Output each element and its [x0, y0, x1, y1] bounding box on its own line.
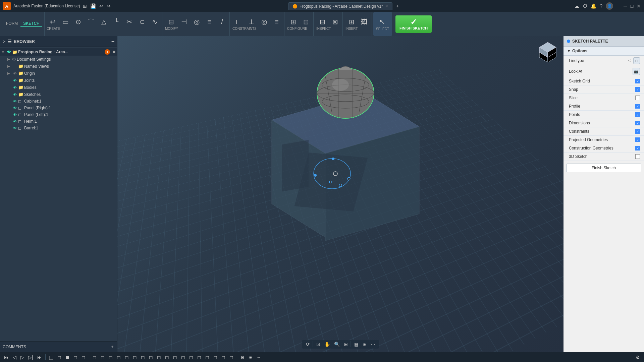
tree-item-named-views[interactable]: ▶ 📁 Named Views: [0, 63, 117, 70]
inspect2-btn[interactable]: ⊠: [329, 18, 341, 26]
btm-t11-btn[interactable]: ◻: [172, 354, 178, 361]
form-tab[interactable]: FORM: [3, 20, 20, 27]
offset-btn[interactable]: ⊟: [165, 18, 177, 26]
cabinet-eye-icon[interactable]: 👁: [12, 99, 17, 103]
btm-t2-btn[interactable]: ◻: [99, 354, 106, 361]
sketches-eye-icon[interactable]: 👁: [12, 93, 17, 97]
tree-item-sketches[interactable]: ▶ 👁 📁 Sketches: [0, 91, 117, 98]
step-back-btn[interactable]: ◁: [11, 354, 18, 361]
maximize-btn[interactable]: □: [629, 3, 635, 9]
cloud-icon[interactable]: ☁: [575, 3, 579, 9]
construction-checkbox[interactable]: [635, 146, 640, 150]
origin-eye-icon[interactable]: 👁: [12, 71, 17, 75]
mirror-btn[interactable]: ⊣: [178, 18, 190, 26]
tree-item-bodies[interactable]: ▶ 👁 📁 Bodies: [0, 84, 117, 91]
triangle-btn[interactable]: △: [98, 18, 110, 26]
undo-icon[interactable]: ↩: [99, 3, 103, 9]
help-icon[interactable]: ?: [600, 3, 602, 9]
btm-view4-btn[interactable]: ◻: [72, 354, 79, 361]
btm-t1-btn[interactable]: ◻: [91, 354, 98, 361]
vp-zoomfit-btn[interactable]: ⊞: [342, 341, 350, 348]
canvas[interactable]: ⟳ ⊡ ✋ 🔍 ⊞ ▦ ⊞ ⋯: [117, 36, 564, 352]
btm-t13-btn[interactable]: ◻: [188, 354, 195, 361]
constrain2-btn[interactable]: ⊥: [245, 18, 257, 26]
vp-display-btn[interactable]: ▦: [353, 341, 360, 348]
tree-item-helm[interactable]: ▶ 👁 ◻ Helm:1: [0, 118, 117, 125]
panel-left-eye-icon[interactable]: 👁: [12, 113, 17, 117]
tree-item-document-settings[interactable]: ▶ ⚙ Document Settings: [0, 56, 117, 63]
slice-checkbox[interactable]: [635, 96, 640, 100]
view-cube[interactable]: [536, 39, 559, 62]
constrain1-btn[interactable]: ⊢: [232, 18, 245, 26]
btm-move-btn[interactable]: ⊕: [239, 354, 246, 361]
btm-view2-btn[interactable]: ◻: [56, 354, 63, 361]
sketch-tab[interactable]: SKETCH: [20, 20, 42, 27]
profile-checkbox[interactable]: [635, 104, 640, 109]
play-btn[interactable]: ▷: [19, 354, 25, 361]
trim-btn[interactable]: ✂: [123, 18, 135, 26]
user-avatar[interactable]: 👤: [606, 2, 613, 10]
constraints-checkbox[interactable]: [635, 129, 640, 134]
btm-t12-btn[interactable]: ◻: [180, 354, 186, 361]
rect-btn[interactable]: ▭: [59, 18, 71, 26]
btm-t5-btn[interactable]: ◻: [123, 354, 130, 361]
barrel-eye-icon[interactable]: 👁: [12, 126, 17, 130]
btm-t10-btn[interactable]: ◻: [164, 354, 170, 361]
constrain4-btn[interactable]: ≡: [271, 18, 283, 26]
snap-checkbox[interactable]: [635, 87, 640, 92]
constrain3-btn[interactable]: ◎: [258, 18, 270, 26]
btm-mirror-btn[interactable]: ↔: [255, 354, 263, 361]
btm-t4-btn[interactable]: ◻: [115, 354, 122, 361]
btm-t8-btn[interactable]: ◻: [148, 354, 154, 361]
vp-grid-btn[interactable]: ⊞: [361, 341, 368, 348]
equal-btn[interactable]: ≡: [203, 18, 215, 26]
bell-icon[interactable]: 🔔: [591, 3, 596, 9]
btm-settings-btn[interactable]: ⚙: [634, 354, 641, 361]
btm-t7-btn[interactable]: ◻: [140, 354, 146, 361]
insert2-btn[interactable]: 🖼: [358, 18, 370, 26]
linetype-btn[interactable]: □: [633, 57, 640, 64]
tree-item-panel-right[interactable]: ▶ 👁 ◻ Panel (Right):1: [0, 105, 117, 111]
projected-checkbox[interactable]: [635, 137, 640, 142]
fillet-btn[interactable]: ╰: [110, 18, 122, 26]
btm-t18-btn[interactable]: ◻: [228, 354, 235, 361]
vp-more-btn[interactable]: ⋯: [369, 341, 377, 348]
redo-icon[interactable]: ↪: [107, 3, 111, 9]
step-fwd-btn[interactable]: ▷|: [27, 354, 35, 361]
include-btn[interactable]: ⊂: [136, 18, 148, 26]
palette-options-header[interactable]: ▼ Options: [564, 47, 644, 56]
vp-zoom-btn[interactable]: 🔍: [332, 341, 341, 348]
btm-t17-btn[interactable]: ◻: [220, 354, 227, 361]
browser-close-icon[interactable]: −: [111, 39, 114, 45]
panel-right-eye-icon[interactable]: 👁: [12, 106, 17, 110]
joints-eye-icon[interactable]: 👁: [12, 78, 17, 82]
save-icon[interactable]: 💾: [90, 3, 96, 9]
skip-fwd-btn[interactable]: ⏭: [36, 354, 43, 361]
root-eye-icon[interactable]: 👁: [6, 50, 11, 54]
skip-back-btn[interactable]: ⏮: [3, 354, 10, 361]
main-tab[interactable]: 🟠 Frogtopus Racing - Arcade Cabinet Desi…: [288, 2, 392, 10]
tree-item-barrel[interactable]: ▶ 👁 ◻ Barrel:1: [0, 125, 117, 131]
lookat-btn[interactable]: 📷: [633, 68, 640, 75]
3dsketch-checkbox[interactable]: [635, 154, 640, 159]
browser-expand-icon[interactable]: ▷: [3, 40, 5, 43]
line-btn[interactable]: ↩: [47, 18, 59, 26]
finish-sketch-btn[interactable]: ✓ FINISH SKETCH: [395, 15, 432, 33]
bodies-eye-icon[interactable]: 👁: [12, 85, 17, 89]
btm-view5-btn[interactable]: ◻: [80, 354, 87, 361]
history-icon[interactable]: ⏱: [583, 3, 587, 9]
helm-eye-icon[interactable]: 👁: [12, 119, 17, 123]
btm-grid2-btn[interactable]: ⊞: [247, 354, 254, 361]
sketchgrid-checkbox[interactable]: [635, 79, 640, 83]
inspect1-btn[interactable]: ⊟: [316, 18, 328, 26]
btm-t6-btn[interactable]: ◻: [131, 354, 138, 361]
circle-btn[interactable]: ⊙: [72, 18, 84, 26]
tab-close-btn[interactable]: ✕: [385, 4, 388, 8]
insert1-btn[interactable]: ⊞: [345, 18, 358, 26]
btm-t15-btn[interactable]: ◻: [204, 354, 211, 361]
btm-view1-btn[interactable]: ⬚: [48, 354, 55, 361]
btm-t9-btn[interactable]: ◻: [156, 354, 162, 361]
circle-constrain-btn[interactable]: ◎: [191, 18, 203, 26]
configure1-btn[interactable]: ⊞: [287, 18, 299, 26]
tree-root[interactable]: ▼ 👁 📁 Frogtopus Racing - Arca... 1 ⏺: [0, 48, 117, 56]
